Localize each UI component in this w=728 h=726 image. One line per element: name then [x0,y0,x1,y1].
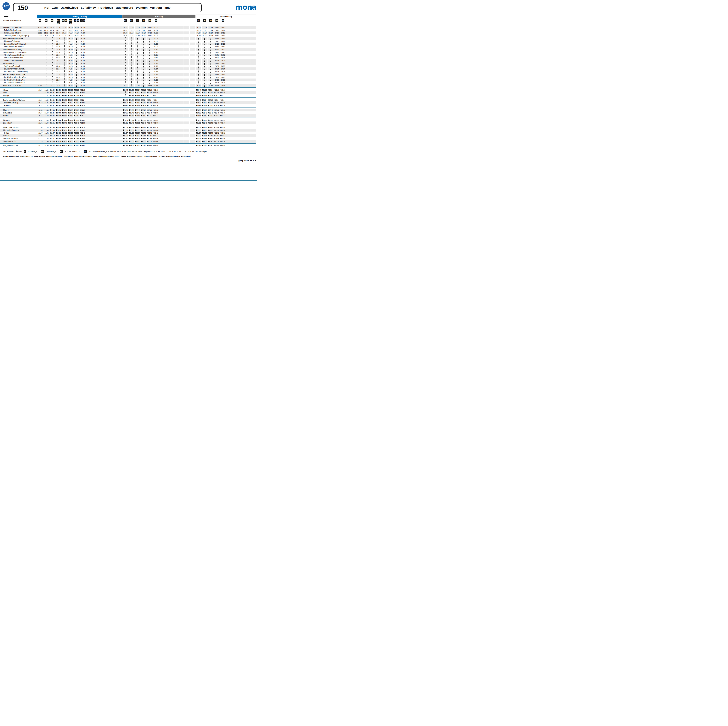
time-cell [251,57,256,59]
exit-only-icon [123,119,124,121]
time-cell [86,26,92,29]
route-skip-wavy-line-icon [137,59,138,62]
time-cell [251,112,256,114]
time-cell: 23.01 [135,137,141,140]
time-cell [159,26,165,29]
exit-only-icon [214,141,215,142]
time-cell [122,51,128,54]
time-cell [165,73,171,76]
time-cell [61,78,67,81]
exit-only-icon [202,89,203,91]
time-cell: 01.21 [80,94,86,97]
time-cell [238,59,244,62]
exit-only-icon [129,112,130,113]
time-cell [184,76,189,78]
route-skip-wavy-line-icon [204,37,205,40]
time-cell [184,45,189,48]
time-cell [147,70,153,73]
stop-name: - Leutkircher-/Biberacher Str. [0,67,37,70]
column-badge-cell: HS [128,18,135,26]
time-cell [86,31,92,34]
traffic-note-badge: nA [142,19,145,22]
time-cell: 21.46 [43,121,49,124]
exit-only-icon [141,100,142,101]
route-skip-wavy-line-icon [204,54,205,57]
exit-only-icon [196,95,197,96]
stop-name: Klamm [0,109,37,112]
route-skip-wavy-line-icon [149,51,150,54]
time-cell [190,114,196,117]
exit-only-icon [147,122,148,124]
time-cell [37,76,43,78]
time-cell [165,65,171,67]
time-cell: 01.40 [80,129,86,132]
time-cell [122,40,128,43]
traffic-note-badge: HS [203,19,206,22]
exit-only-icon [74,130,75,131]
route-skip-wavy-line-icon [39,54,41,57]
time-cell [86,119,92,121]
time-cell [92,43,98,45]
time-cell: 23.25 [55,73,61,76]
time-cell [226,78,232,81]
exit-only-icon [123,122,124,124]
time-cell [37,65,43,67]
time-cell [86,99,92,101]
column-badge-cell [110,18,116,26]
stop-name: Buchenberg, Kirche/Rathaus [0,99,37,101]
time-cell: 23.40 [214,112,220,114]
exit-only-icon [123,138,124,139]
exit-only-icon [74,105,75,106]
time-cell: 23.15 [141,34,147,37]
exit-only-icon [62,130,63,131]
time-cell: 23.40 [141,112,147,114]
time-cell [232,101,238,104]
time-cell [190,76,196,78]
time-cell [43,57,49,59]
exit-only-icon [153,112,154,113]
time-cell [116,76,122,78]
time-cell [116,43,122,45]
time-cell [165,144,171,147]
time-cell [190,54,196,57]
time-cell: 01.13 [80,65,86,67]
time-cell [147,40,153,43]
exit-only-icon [220,132,221,134]
time-cell [226,54,232,57]
time-cell [238,144,244,147]
time-cell [165,112,171,114]
time-cell: 00.35 [67,101,73,104]
time-cell: 00.28 [220,84,226,87]
exit-only-icon [141,89,142,91]
time-cell: 21.36 [202,104,208,107]
time-cell [92,84,98,87]
time-cell [171,26,177,29]
time-cell [232,62,238,65]
route-skip-wavy-line-icon [204,67,205,70]
route-skip-wavy-line-icon [39,76,41,78]
column-badge-cell: HS [43,18,49,26]
route-skip-wavy-line-icon [39,57,41,59]
exit-only-icon [38,130,38,131]
legend-item: Fr= nur freitags [24,150,37,153]
exit-only-icon [62,138,63,139]
time-cell [232,70,238,73]
time-cell [159,76,165,78]
column-badge-cell [104,18,110,26]
time-cell [104,40,110,43]
time-cell [104,59,110,62]
time-cell [244,51,250,54]
time-cell [122,37,128,40]
exit-only-icon [220,145,221,147]
time-cell [98,89,104,91]
time-cell: 23.38 [214,109,220,112]
time-cell: 00.02 [141,144,147,147]
time-cell [110,59,116,62]
time-cell: 21.54 [43,134,49,137]
time-cell: 00.40 [220,112,226,114]
time-cell [251,140,256,142]
time-cell: 20.50 [37,101,43,104]
time-cell [190,140,196,142]
exit-only-icon [56,112,57,113]
time-cell [171,62,177,65]
